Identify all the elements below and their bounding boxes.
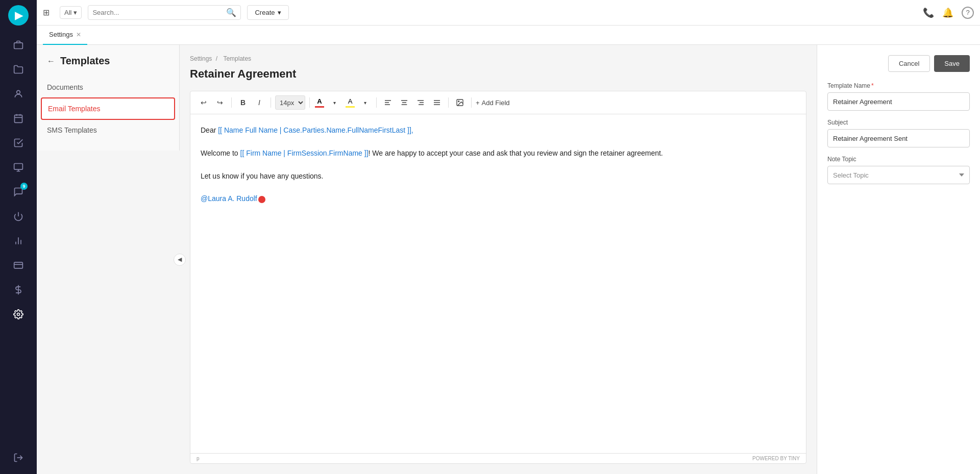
sidebar-item-briefcase[interactable]	[7, 34, 30, 56]
search-bar[interactable]: 🔍	[88, 5, 241, 20]
text-color-chevron[interactable]: ▾	[327, 95, 341, 110]
bell-icon[interactable]: 🔔	[942, 7, 953, 18]
sidebar-item-calendar[interactable]	[7, 107, 30, 130]
breadcrumb: Settings / Templates	[190, 55, 806, 62]
filter-chevron-icon: ▾	[74, 9, 77, 16]
add-field-plus: +	[476, 99, 480, 107]
note-topic-group: Note Topic Select Topic	[827, 156, 970, 184]
main-area: ⊞ All ▾ 🔍 Create ▾ 📞 🔔 ? Settings ✕	[37, 0, 980, 474]
editor-body[interactable]: Dear [[ Name Full Name | Case.Parties.Na…	[190, 114, 806, 453]
help-icon[interactable]: ?	[962, 7, 974, 19]
redo-button[interactable]: ↪	[213, 95, 227, 110]
toolbar-separator-4	[376, 97, 377, 108]
right-panel: Cancel Save Template Name* Subject Note …	[817, 45, 980, 474]
sidebar-item-documents[interactable]: Documents	[37, 77, 179, 97]
template-name-label: Template Name*	[827, 82, 970, 89]
editor-card: ↩ ↪ B I 14px 12px 16px 18px A	[190, 91, 806, 464]
create-button[interactable]: Create ▾	[247, 5, 289, 20]
sidebar-header: ← Templates	[37, 55, 179, 77]
editor-footer-powered: POWERED BY TINY	[752, 456, 800, 461]
sidebar-item-chat[interactable]: 9	[7, 181, 30, 203]
sidebar-title: Templates	[60, 55, 110, 67]
sidebar-back-button[interactable]: ←	[47, 57, 55, 66]
editor-footer: p POWERED BY TINY	[190, 453, 806, 463]
svg-rect-6	[14, 164, 23, 170]
sidebar-item-settings[interactable]	[7, 303, 30, 326]
text-color-button[interactable]: A	[314, 96, 325, 109]
sidebar-item-email-templates[interactable]: Email Templates	[41, 97, 175, 120]
apps-icon[interactable]: ⊞	[43, 8, 50, 17]
sidebar-toggle-button[interactable]: ◀	[174, 254, 186, 266]
icon-bar: ▶ 9	[0, 0, 37, 474]
sidebar: ← Templates Documents Email Templates SM…	[37, 45, 180, 151]
font-size-select[interactable]: 14px 12px 16px 18px	[275, 95, 305, 110]
toolbar-separator-6	[471, 97, 472, 108]
align-right-button[interactable]	[413, 95, 428, 110]
app-logo[interactable]: ▶	[8, 5, 29, 26]
highlight-color-chevron[interactable]: ▾	[358, 95, 372, 110]
add-field-label: Add Field	[482, 99, 510, 107]
filter-dropdown[interactable]: All ▾	[60, 6, 82, 19]
editor-toolbar: ↩ ↪ B I 14px 12px 16px 18px A	[190, 91, 806, 114]
justify-button[interactable]	[430, 95, 444, 110]
sidebar-wrapper: ← Templates Documents Email Templates SM…	[37, 45, 180, 474]
editor-line-3: Let us know if you have any questions.	[201, 170, 796, 182]
editor-line-1: Dear [[ Name Full Name | Case.Parties.Na…	[201, 124, 796, 136]
note-topic-label: Note Topic	[827, 156, 970, 163]
chat-badge: 9	[20, 183, 28, 190]
bold-button[interactable]: B	[236, 95, 250, 110]
page-title: Retainer Agreement	[190, 67, 806, 81]
top-bar-right: 📞 🔔 ?	[923, 7, 974, 19]
subject-group: Subject	[827, 119, 970, 147]
sidebar-item-monitor[interactable]	[7, 156, 30, 179]
note-topic-select[interactable]: Select Topic	[827, 166, 970, 184]
highlight-color-button[interactable]: A	[345, 96, 356, 109]
sidebar-item-billing[interactable]	[7, 254, 30, 277]
sidebar-item-exit[interactable]	[7, 446, 30, 469]
highlight-color-indicator	[346, 106, 355, 108]
sidebar-item-sms-templates[interactable]: SMS Templates	[37, 120, 179, 140]
sidebar-item-power[interactable]	[7, 205, 30, 228]
editor-footer-tag: p	[197, 456, 200, 461]
create-chevron-icon: ▾	[278, 9, 281, 16]
save-button[interactable]: Save	[934, 55, 970, 72]
tab-settings[interactable]: Settings ✕	[43, 26, 87, 45]
undo-button[interactable]: ↩	[197, 95, 211, 110]
content-area: ← Templates Documents Email Templates SM…	[37, 45, 980, 474]
breadcrumb-templates: Templates	[223, 55, 251, 62]
subject-label: Subject	[827, 119, 970, 126]
italic-button[interactable]: I	[252, 95, 266, 110]
search-input[interactable]	[92, 9, 224, 16]
sidebar-item-folder[interactable]	[7, 58, 30, 81]
text-color-indicator	[315, 106, 324, 108]
sidebar-item-analytics[interactable]	[7, 230, 30, 252]
breadcrumb-separator: /	[216, 55, 219, 62]
template-name-group: Template Name*	[827, 82, 970, 111]
svg-point-16	[17, 313, 20, 316]
align-center-button[interactable]	[397, 95, 411, 110]
align-left-button[interactable]	[381, 95, 395, 110]
search-icon: 🔍	[226, 8, 236, 17]
top-bar: ⊞ All ▾ 🔍 Create ▾ 📞 🔔 ?	[37, 0, 980, 26]
toolbar-separator-3	[309, 97, 310, 108]
tab-close-icon[interactable]: ✕	[76, 31, 81, 38]
breadcrumb-settings[interactable]: Settings	[190, 55, 212, 62]
phone-icon[interactable]: 📞	[923, 7, 934, 18]
subject-input[interactable]	[827, 129, 970, 147]
cancel-button[interactable]: Cancel	[888, 55, 930, 72]
svg-rect-2	[15, 115, 22, 122]
template-name-input[interactable]	[827, 92, 970, 111]
filter-label: All	[64, 9, 71, 16]
main-content: Settings / Templates Retainer Agreement …	[180, 45, 817, 474]
add-field-button[interactable]: + Add Field	[476, 99, 510, 107]
tab-settings-label: Settings	[49, 31, 73, 38]
svg-rect-0	[14, 43, 23, 49]
tab-bar: Settings ✕	[37, 26, 980, 45]
sidebar-item-contacts[interactable]	[7, 83, 30, 105]
sidebar-item-dollar[interactable]	[7, 279, 30, 301]
toolbar-separator-2	[271, 97, 271, 108]
right-panel-actions: Cancel Save	[827, 55, 970, 72]
image-button[interactable]	[453, 95, 467, 110]
svg-rect-13	[14, 262, 23, 268]
sidebar-item-tasks[interactable]	[7, 132, 30, 154]
